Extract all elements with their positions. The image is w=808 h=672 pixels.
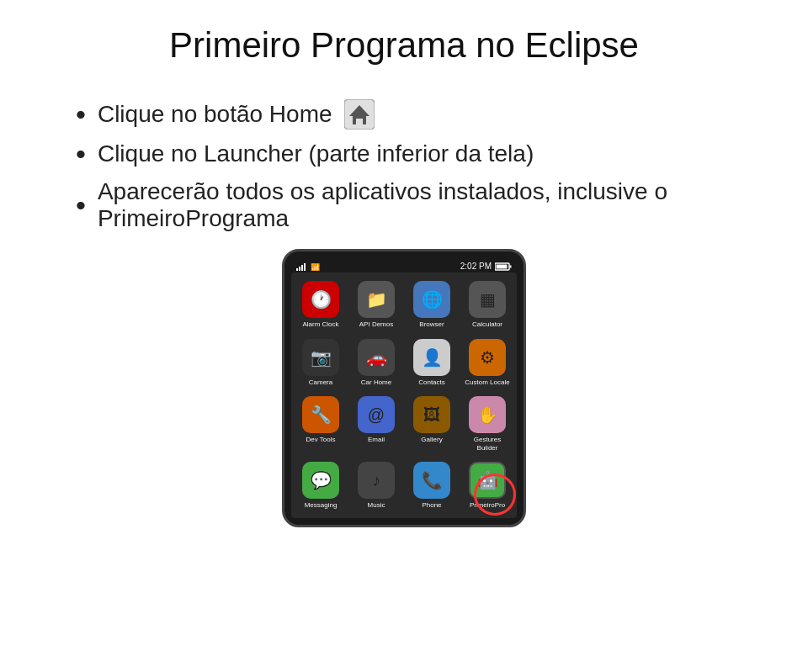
svg-rect-5 bbox=[304, 263, 306, 271]
app-item-gestures-builder[interactable]: ✋Gestures Builder bbox=[461, 393, 513, 455]
app-label-camera: Camera bbox=[309, 378, 332, 387]
page-title: Primeiro Programa no Eclipse bbox=[50, 25, 758, 66]
app-item-wrapper-3: ▦Calculator bbox=[461, 278, 513, 332]
app-icon-contacts: 👤 bbox=[413, 339, 450, 376]
app-item-email[interactable]: @Email bbox=[350, 393, 402, 447]
bullet-item-2: Clique no Launcher (parte inferior da te… bbox=[76, 140, 758, 168]
bullet-text-1: Clique no botão Home bbox=[98, 101, 332, 128]
status-right: 2:02 PM bbox=[460, 262, 512, 271]
app-item-phone[interactable]: 📞Phone bbox=[406, 458, 458, 513]
svg-text:📶: 📶 bbox=[311, 262, 321, 271]
app-label-gallery: Gallery bbox=[421, 436, 442, 444]
app-grid: 🕐Alarm Clock📁API Demos🌐Browser▦Calculato… bbox=[295, 278, 513, 513]
svg-rect-3 bbox=[299, 267, 300, 271]
android-phone: 📶 2:02 PM 🕐Alarm Clock📁API Demos🌐Browser… bbox=[282, 249, 526, 527]
app-item-wrapper-8: 🔧Dev Tools bbox=[295, 393, 347, 455]
app-item-car-home[interactable]: 🚗Car Home bbox=[350, 336, 402, 390]
app-icon-gallery: 🖼 bbox=[413, 396, 450, 433]
app-label-email: Email bbox=[368, 436, 385, 444]
app-item-wrapper-10: 🖼Gallery bbox=[406, 393, 458, 455]
app-item-wrapper-11: ✋Gestures Builder bbox=[461, 393, 513, 455]
phone-screen: 🕐Alarm Clock📁API Demos🌐Browser▦Calculato… bbox=[291, 273, 517, 518]
app-item-custom-locale[interactable]: ⚙Custom Locale bbox=[461, 336, 513, 390]
app-icon-gestures-builder: ✋ bbox=[469, 396, 506, 433]
app-label-music: Music bbox=[368, 501, 385, 510]
app-label-api-demos: API Demos bbox=[359, 320, 393, 329]
app-label-contacts: Contacts bbox=[418, 378, 445, 387]
app-icon-browser: 🌐 bbox=[413, 281, 450, 318]
svg-rect-9 bbox=[497, 264, 508, 268]
app-item-api-demos[interactable]: 📁API Demos bbox=[350, 278, 402, 332]
app-item-alarm-clock[interactable]: 🕐Alarm Clock bbox=[295, 278, 347, 332]
app-item-camera[interactable]: 📷Camera bbox=[295, 336, 347, 390]
svg-rect-2 bbox=[296, 268, 298, 271]
app-item-wrapper-2: 🌐Browser bbox=[406, 278, 458, 332]
app-item-wrapper-6: 👤Contacts bbox=[406, 336, 458, 390]
phone-container: 📶 2:02 PM 🕐Alarm Clock📁API Demos🌐Browser… bbox=[50, 249, 758, 527]
app-item-wrapper-4: 📷Camera bbox=[295, 336, 347, 390]
app-label-custom-locale: Custom Locale bbox=[465, 378, 509, 387]
app-item-calculator[interactable]: ▦Calculator bbox=[461, 278, 513, 332]
app-icon-dev-tools: 🔧 bbox=[302, 396, 339, 433]
app-item-music[interactable]: ♪Music bbox=[350, 458, 402, 513]
bullet-list: Clique no botão Home Clique no Launcher … bbox=[76, 99, 758, 232]
bullet-item-3: Aparecerão todos os aplicativos instalad… bbox=[76, 178, 758, 232]
app-label-browser: Browser bbox=[419, 320, 444, 329]
app-item-wrapper-7: ⚙Custom Locale bbox=[461, 336, 513, 390]
app-label-car-home: Car Home bbox=[361, 378, 391, 387]
app-label-phone: Phone bbox=[422, 501, 441, 510]
app-item-wrapper-1: 📁API Demos bbox=[350, 278, 402, 332]
app-label-gestures-builder: Gestures Builder bbox=[463, 436, 512, 452]
app-item-wrapper-9: @Email bbox=[350, 393, 402, 455]
battery-icon bbox=[495, 262, 512, 271]
app-item-wrapper-13: ♪Music bbox=[350, 458, 402, 513]
bullet-text-2: Clique no Launcher (parte inferior da te… bbox=[98, 140, 534, 167]
signal-icon bbox=[296, 262, 308, 271]
app-icon-calculator: ▦ bbox=[469, 281, 506, 318]
app-label-calculator: Calculator bbox=[472, 320, 502, 329]
app-item-gallery[interactable]: 🖼Gallery bbox=[406, 393, 458, 447]
app-icon-custom-locale: ⚙ bbox=[469, 339, 506, 376]
wifi-icon: 📶 bbox=[311, 262, 324, 271]
app-icon-camera: 📷 bbox=[302, 339, 339, 376]
home-button-icon bbox=[344, 99, 375, 130]
app-item-wrapper-12: 💬Messaging bbox=[295, 458, 347, 513]
app-item-wrapper-0: 🕐Alarm Clock bbox=[295, 278, 347, 332]
app-icon-email: @ bbox=[358, 396, 395, 433]
app-icon-primeiropro: 🤖 bbox=[469, 462, 506, 499]
app-item-wrapper-14: 📞Phone bbox=[406, 458, 458, 513]
app-label-primeiropro: PrimeiroPro bbox=[470, 501, 505, 510]
app-item-contacts[interactable]: 👤Contacts bbox=[406, 336, 458, 390]
bullet-text-3: Aparecerão todos os aplicativos instalad… bbox=[98, 178, 758, 232]
svg-rect-8 bbox=[510, 265, 512, 267]
app-item-browser[interactable]: 🌐Browser bbox=[406, 278, 458, 332]
svg-rect-4 bbox=[301, 265, 303, 271]
app-item-dev-tools[interactable]: 🔧Dev Tools bbox=[295, 393, 347, 447]
phone-status-bar: 📶 2:02 PM bbox=[291, 260, 517, 273]
app-icon-api-demos: 📁 bbox=[358, 281, 395, 318]
bullet-item-1: Clique no botão Home bbox=[76, 99, 758, 130]
app-icon-alarm-clock: 🕐 bbox=[302, 281, 339, 318]
app-item-wrapper-5: 🚗Car Home bbox=[350, 336, 402, 390]
app-icon-phone: 📞 bbox=[413, 462, 450, 499]
app-item-primeiropro[interactable]: 🤖PrimeiroPro bbox=[461, 458, 513, 513]
app-icon-car-home: 🚗 bbox=[358, 339, 395, 376]
app-label-messaging: Messaging bbox=[305, 501, 338, 510]
app-label-alarm-clock: Alarm Clock bbox=[302, 320, 338, 329]
app-icon-music: ♪ bbox=[358, 462, 395, 499]
app-icon-messaging: 💬 bbox=[302, 462, 339, 499]
app-item-wrapper-15: 🤖PrimeiroPro bbox=[461, 458, 513, 513]
status-left: 📶 bbox=[296, 262, 324, 271]
app-label-dev-tools: Dev Tools bbox=[306, 436, 336, 444]
app-item-messaging[interactable]: 💬Messaging bbox=[295, 458, 347, 513]
status-time: 2:02 PM bbox=[460, 262, 492, 271]
